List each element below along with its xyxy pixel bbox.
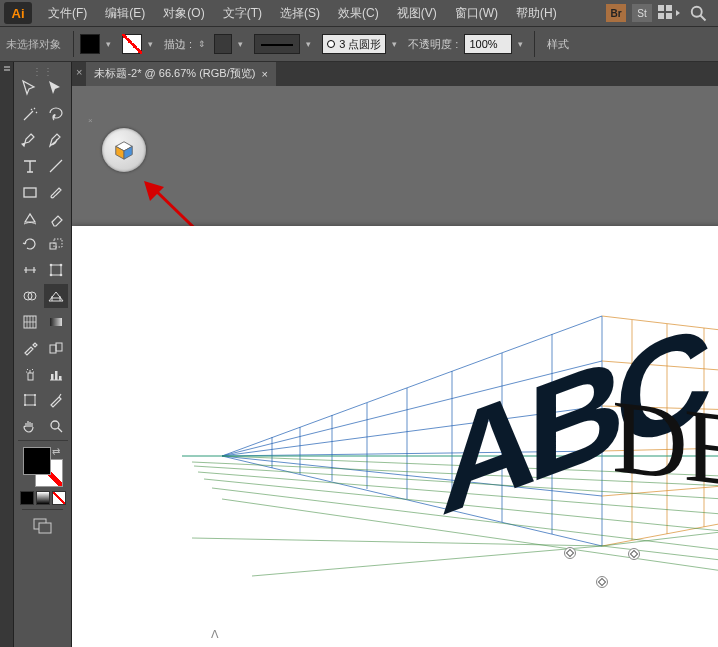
menu-object[interactable]: 对象(O) (155, 1, 212, 25)
menu-file[interactable]: 文件(F) (40, 1, 95, 25)
gradient-mode-icon[interactable] (36, 491, 50, 505)
blend-tool[interactable] (44, 336, 68, 360)
stroke-dropdown-icon[interactable]: ▾ (148, 34, 158, 54)
svg-point-26 (51, 421, 59, 429)
tab-prev-icon[interactable]: × (72, 62, 86, 86)
menu-help[interactable]: 帮助(H) (508, 1, 565, 25)
menu-edit[interactable]: 编辑(E) (97, 1, 153, 25)
canvas[interactable]: × (72, 86, 718, 647)
grid-handle[interactable] (596, 576, 608, 588)
column-graph-tool[interactable] (44, 362, 68, 386)
search-icon[interactable] (688, 4, 708, 22)
stroke-label: 描边 : (164, 37, 192, 52)
svg-line-68 (192, 538, 602, 546)
rectangle-tool[interactable] (18, 180, 42, 204)
svg-line-5 (701, 16, 706, 21)
bridge-icon[interactable]: Br (606, 4, 626, 22)
stock-icon[interactable]: St (632, 4, 652, 22)
svg-line-51 (602, 514, 718, 546)
opacity-field[interactable]: 100% (464, 34, 512, 54)
line-tool[interactable] (44, 154, 68, 178)
grid-handle[interactable] (628, 548, 640, 560)
free-transform-tool[interactable] (44, 258, 68, 282)
opacity-dropdown-icon[interactable]: ▾ (518, 34, 528, 54)
perspective-text-right: DEF (612, 377, 718, 516)
fill-color-indicator[interactable] (23, 447, 51, 475)
svg-point-11 (49, 264, 52, 267)
tab-close-icon[interactable]: × (261, 68, 267, 80)
direct-selection-tool[interactable] (44, 76, 68, 100)
stroke-swatch[interactable] (122, 34, 142, 54)
fill-swatch[interactable] (80, 34, 100, 54)
svg-rect-0 (658, 5, 664, 11)
svg-marker-34 (144, 181, 164, 201)
styles-label[interactable]: 样式 (541, 37, 569, 52)
eraser-tool[interactable] (44, 206, 68, 230)
grid-extent-icon[interactable]: ᐱ (211, 628, 219, 641)
grid-handle[interactable] (564, 547, 576, 559)
dock-strip[interactable] (0, 62, 14, 647)
stroke-width-field[interactable] (214, 34, 232, 54)
svg-rect-3 (666, 13, 672, 19)
stroke-profile-dropdown-icon[interactable]: ▾ (306, 34, 316, 54)
mesh-tool[interactable] (18, 310, 42, 334)
svg-point-13 (49, 274, 52, 277)
stroke-stepper-icon[interactable]: ⇕ (198, 34, 208, 54)
svg-rect-19 (50, 345, 56, 353)
svg-line-6 (50, 160, 62, 172)
swap-fill-stroke-icon[interactable]: ⇄ (52, 446, 64, 458)
brush-style[interactable]: 3 点圆形 (322, 34, 386, 54)
artboard-tool[interactable] (18, 388, 42, 412)
toolbox: ⋮⋮ ⇄ (14, 62, 72, 647)
lasso-tool[interactable] (44, 102, 68, 126)
document-tab-title: 未标题-2* @ 66.67% (RGB/预览) (94, 66, 255, 81)
document-area: × 未标题-2* @ 66.67% (RGB/预览) × × (72, 62, 718, 647)
svg-rect-1 (666, 5, 672, 11)
workspace-icon[interactable] (658, 4, 682, 22)
paintbrush-tool[interactable] (44, 180, 68, 204)
type-tool[interactable] (18, 154, 42, 178)
svg-rect-24 (59, 376, 62, 380)
eyedropper-tool[interactable] (18, 336, 42, 360)
widget-close-icon[interactable]: × (88, 116, 93, 125)
magic-wand-tool[interactable] (18, 102, 42, 126)
svg-rect-8 (50, 243, 56, 249)
fill-dropdown-icon[interactable]: ▾ (106, 34, 116, 54)
menu-view[interactable]: 视图(V) (389, 1, 445, 25)
zoom-tool[interactable] (44, 414, 68, 438)
pen-tool[interactable] (18, 128, 42, 152)
screen-mode-icon[interactable] (31, 516, 55, 536)
menu-text[interactable]: 文字(T) (215, 1, 270, 25)
fill-stroke-indicator[interactable]: ⇄ (23, 447, 63, 487)
shaper-tool[interactable] (18, 206, 42, 230)
shape-builder-tool[interactable] (18, 284, 42, 308)
svg-rect-29 (39, 523, 51, 533)
width-tool[interactable] (18, 258, 42, 282)
none-mode-icon[interactable] (52, 491, 66, 505)
svg-rect-18 (50, 318, 62, 326)
svg-point-12 (59, 264, 62, 267)
selection-tool[interactable] (18, 76, 42, 100)
document-tab[interactable]: 未标题-2* @ 66.67% (RGB/预览) × (86, 62, 275, 86)
stroke-profile[interactable] (254, 34, 300, 54)
brush-style-dropdown-icon[interactable]: ▾ (392, 34, 402, 54)
menu-effect[interactable]: 效果(C) (330, 1, 387, 25)
scale-tool[interactable] (44, 232, 68, 256)
perspective-grid-tool[interactable] (44, 284, 68, 308)
color-mode-icon[interactable] (20, 491, 34, 505)
perspective-plane-widget[interactable] (102, 128, 146, 172)
slice-tool[interactable] (44, 388, 68, 412)
curvature-tool[interactable] (44, 128, 68, 152)
toolbox-grip[interactable]: ⋮⋮ (16, 66, 69, 76)
control-bar: 未选择对象 ▾ ▾ 描边 : ⇕ ▾ ▾ 3 点圆形 ▾ 不透明度 : 100%… (0, 26, 718, 62)
rotate-tool[interactable] (18, 232, 42, 256)
stroke-width-dropdown-icon[interactable]: ▾ (238, 34, 248, 54)
menu-select[interactable]: 选择(S) (272, 1, 328, 25)
menu-window[interactable]: 窗口(W) (447, 1, 506, 25)
gradient-tool[interactable] (44, 310, 68, 334)
symbol-sprayer-tool[interactable] (18, 362, 42, 386)
perspective-grid: ABC DEF (72, 226, 718, 647)
svg-rect-2 (658, 13, 664, 19)
hand-tool[interactable] (18, 414, 42, 438)
svg-rect-22 (51, 374, 54, 380)
